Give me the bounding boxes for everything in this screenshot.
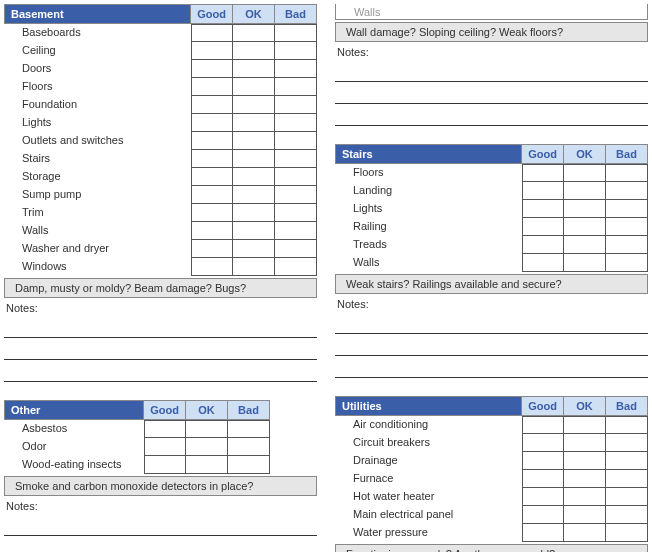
rating-cell-bad[interactable] [228, 420, 270, 438]
notes-line[interactable] [335, 316, 648, 334]
rating-cell-bad[interactable] [606, 200, 648, 218]
rating-cell-good[interactable] [522, 506, 564, 524]
notes-line[interactable] [335, 108, 648, 126]
rating-cell-ok[interactable] [233, 240, 275, 258]
rating-cell-ok[interactable] [564, 182, 606, 200]
rating-cell-good[interactable] [522, 182, 564, 200]
rating-cell-bad[interactable] [606, 416, 648, 434]
rating-cell-good[interactable] [144, 456, 186, 474]
rating-cell-ok[interactable] [186, 438, 228, 456]
rating-cell-ok[interactable] [233, 42, 275, 60]
rating-cell-good[interactable] [191, 78, 233, 96]
rating-cell-ok[interactable] [564, 416, 606, 434]
notes-line[interactable] [335, 64, 648, 82]
rating-cell-bad[interactable] [275, 222, 317, 240]
rating-cell-good[interactable] [191, 132, 233, 150]
rating-cell-good[interactable] [522, 470, 564, 488]
rating-cell-good[interactable] [191, 114, 233, 132]
notes-line[interactable] [4, 518, 317, 536]
rating-cell-ok[interactable] [564, 236, 606, 254]
rating-cell-bad[interactable] [275, 150, 317, 168]
rating-cell-bad[interactable] [275, 42, 317, 60]
rating-cell-ok[interactable] [233, 96, 275, 114]
notes-line[interactable] [4, 364, 317, 382]
rating-cell-good[interactable] [522, 416, 564, 434]
rating-cell-ok[interactable] [564, 164, 606, 182]
rating-cell-good[interactable] [522, 254, 564, 272]
rating-cell-good[interactable] [191, 240, 233, 258]
rating-cell-bad[interactable] [606, 218, 648, 236]
rating-cell-good[interactable] [144, 420, 186, 438]
rating-cell-bad[interactable] [275, 60, 317, 78]
rating-cell-bad[interactable] [275, 132, 317, 150]
rating-cell-good[interactable] [522, 524, 564, 542]
rating-cell-ok[interactable] [564, 254, 606, 272]
rating-cell-good[interactable] [522, 434, 564, 452]
rating-cell-ok[interactable] [564, 434, 606, 452]
rating-cell-ok[interactable] [233, 150, 275, 168]
rating-cell-good[interactable] [191, 60, 233, 78]
rating-cell-ok[interactable] [564, 452, 606, 470]
rating-cell-good[interactable] [191, 96, 233, 114]
rating-cell-ok[interactable] [233, 114, 275, 132]
notes-line[interactable] [335, 360, 648, 378]
rating-cell-bad[interactable] [606, 524, 648, 542]
rating-cell-bad[interactable] [606, 452, 648, 470]
rating-cell-bad[interactable] [275, 24, 317, 42]
rating-cell-ok[interactable] [233, 60, 275, 78]
rating-cell-ok[interactable] [564, 524, 606, 542]
rating-cell-bad[interactable] [275, 240, 317, 258]
notes-line[interactable] [4, 342, 317, 360]
rating-cell-ok[interactable] [564, 200, 606, 218]
rating-cell-ok[interactable] [564, 488, 606, 506]
rating-cell-bad[interactable] [275, 258, 317, 276]
rating-cell-bad[interactable] [606, 488, 648, 506]
notes-line[interactable] [335, 338, 648, 356]
rating-cell-ok[interactable] [564, 470, 606, 488]
rating-cell-bad[interactable] [606, 506, 648, 524]
rating-cell-ok[interactable] [233, 222, 275, 240]
rating-cell-bad[interactable] [606, 254, 648, 272]
rating-cell-ok[interactable] [233, 78, 275, 96]
rating-cell-good[interactable] [191, 24, 233, 42]
rating-cell-good[interactable] [191, 204, 233, 222]
rating-cell-ok[interactable] [564, 218, 606, 236]
rating-cell-bad[interactable] [606, 434, 648, 452]
rating-cell-good[interactable] [191, 168, 233, 186]
rating-cell-bad[interactable] [275, 96, 317, 114]
rating-cell-bad[interactable] [228, 456, 270, 474]
rating-cell-ok[interactable] [564, 506, 606, 524]
rating-cell-ok[interactable] [186, 456, 228, 474]
rating-cell-good[interactable] [522, 164, 564, 182]
rating-cell-ok[interactable] [233, 258, 275, 276]
rating-cell-bad[interactable] [275, 204, 317, 222]
rating-cell-ok[interactable] [233, 204, 275, 222]
rating-cell-bad[interactable] [275, 78, 317, 96]
rating-cell-good[interactable] [144, 438, 186, 456]
rating-cell-ok[interactable] [186, 420, 228, 438]
rating-cell-good[interactable] [191, 42, 233, 60]
rating-cell-good[interactable] [191, 150, 233, 168]
rating-cell-good[interactable] [522, 200, 564, 218]
rating-cell-bad[interactable] [228, 438, 270, 456]
rating-cell-bad[interactable] [606, 182, 648, 200]
rating-cell-bad[interactable] [606, 164, 648, 182]
rating-cell-good[interactable] [522, 236, 564, 254]
rating-cell-ok[interactable] [233, 168, 275, 186]
rating-cell-good[interactable] [191, 222, 233, 240]
rating-cell-good[interactable] [522, 452, 564, 470]
rating-cell-bad[interactable] [275, 186, 317, 204]
notes-line[interactable] [4, 320, 317, 338]
rating-cell-ok[interactable] [233, 24, 275, 42]
rating-cell-ok[interactable] [233, 132, 275, 150]
rating-cell-bad[interactable] [275, 168, 317, 186]
notes-line[interactable] [335, 86, 648, 104]
rating-cell-good[interactable] [191, 258, 233, 276]
rating-cell-bad[interactable] [606, 236, 648, 254]
rating-cell-ok[interactable] [233, 186, 275, 204]
rating-cell-good[interactable] [522, 488, 564, 506]
rating-cell-good[interactable] [191, 186, 233, 204]
rating-cell-good[interactable] [522, 218, 564, 236]
rating-cell-bad[interactable] [606, 470, 648, 488]
rating-cell-bad[interactable] [275, 114, 317, 132]
